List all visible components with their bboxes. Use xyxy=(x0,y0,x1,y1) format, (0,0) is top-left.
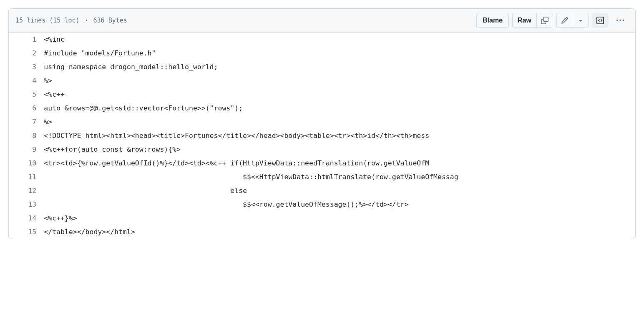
kebab-horizontal-icon xyxy=(616,17,624,24)
code-line: 8<!DOCTYPE html><html><head><title>Fortu… xyxy=(9,129,635,142)
code-line: 14<%c++}%> xyxy=(9,211,635,225)
code-line: 15</table></body></html> xyxy=(9,225,635,239)
edit-group xyxy=(556,13,589,28)
edit-button[interactable] xyxy=(557,13,573,28)
line-content[interactable]: #include "models/Fortune.h" xyxy=(44,46,635,60)
line-content[interactable]: <!DOCTYPE html><html><head><title>Fortun… xyxy=(44,129,635,142)
line-content[interactable]: </table></body></html> xyxy=(44,225,635,239)
line-number[interactable]: 3 xyxy=(9,60,44,74)
line-number[interactable]: 9 xyxy=(9,142,44,156)
line-content[interactable]: using namespace drogon_model::hello_worl… xyxy=(44,60,635,74)
code-line: 1<%inc xyxy=(9,32,635,46)
line-number[interactable]: 12 xyxy=(9,184,44,198)
code-line: 9<%c++for(auto const &row:rows){%> xyxy=(9,142,635,156)
line-number[interactable]: 7 xyxy=(9,115,44,129)
code-table: 1<%inc2#include "models/Fortune.h"3using… xyxy=(9,32,635,239)
code-square-icon xyxy=(596,17,604,24)
line-content[interactable]: auto &rows=@@.get<std::vector<Fortune>>(… xyxy=(44,101,635,115)
separator: · xyxy=(85,17,88,24)
line-content[interactable]: $$<<row.getValueOfMessage();%></td></tr> xyxy=(44,198,635,211)
file-info: 15 lines (15 loc) · 636 Bytes xyxy=(15,17,127,24)
line-number[interactable]: 13 xyxy=(9,198,44,211)
code-area[interactable]: 1<%inc2#include "models/Fortune.h"3using… xyxy=(9,32,635,239)
line-number[interactable]: 15 xyxy=(9,225,44,239)
line-content[interactable]: <%inc xyxy=(44,32,635,46)
line-number[interactable]: 5 xyxy=(9,88,44,101)
line-content[interactable]: <%c++ xyxy=(44,88,635,101)
raw-group: Raw xyxy=(512,13,553,28)
line-number[interactable]: 6 xyxy=(9,101,44,115)
line-number[interactable]: 11 xyxy=(9,170,44,184)
line-number[interactable]: 4 xyxy=(9,74,44,88)
line-content[interactable]: <%c++}%> xyxy=(44,211,635,225)
file-size: 636 Bytes xyxy=(93,17,127,24)
code-line: 6auto &rows=@@.get<std::vector<Fortune>>… xyxy=(9,101,635,115)
raw-button[interactable]: Raw xyxy=(513,13,536,28)
code-line: 4%> xyxy=(9,74,635,88)
lines-count: 15 lines (15 loc) xyxy=(15,17,80,24)
file-header: 15 lines (15 loc) · 636 Bytes Blame Raw xyxy=(9,9,635,32)
code-line: 7%> xyxy=(9,115,635,129)
pencil-icon xyxy=(561,17,569,24)
line-number[interactable]: 1 xyxy=(9,32,44,46)
file-box: 15 lines (15 loc) · 636 Bytes Blame Raw xyxy=(8,8,636,239)
code-line: 12 else xyxy=(9,184,635,198)
line-number[interactable]: 10 xyxy=(9,156,44,170)
code-line: 11 $$<<HttpViewData::htmlTranslate(row.g… xyxy=(9,170,635,184)
copy-button[interactable] xyxy=(536,13,553,28)
code-line: 5<%c++ xyxy=(9,88,635,101)
code-line: 2#include "models/Fortune.h" xyxy=(9,46,635,60)
triangle-down-icon xyxy=(577,17,584,24)
line-number[interactable]: 14 xyxy=(9,211,44,225)
more-options-button[interactable] xyxy=(612,13,629,28)
symbols-button[interactable] xyxy=(592,13,609,28)
line-content[interactable]: <tr><td>{%row.getValueOfId()%}</td><td><… xyxy=(44,156,635,170)
line-number[interactable]: 2 xyxy=(9,46,44,60)
line-content[interactable]: %> xyxy=(44,74,635,88)
line-number[interactable]: 8 xyxy=(9,129,44,142)
code-line: 3using namespace drogon_model::hello_wor… xyxy=(9,60,635,74)
edit-dropdown-button[interactable] xyxy=(573,13,588,28)
file-actions: Blame Raw xyxy=(476,13,629,28)
line-content[interactable]: else xyxy=(44,184,635,198)
line-content[interactable]: <%c++for(auto const &row:rows){%> xyxy=(44,142,635,156)
line-content[interactable]: $$<<HttpViewData::htmlTranslate(row.getV… xyxy=(44,170,635,184)
blame-button[interactable]: Blame xyxy=(476,13,509,28)
copy-icon xyxy=(541,17,548,24)
line-content[interactable]: %> xyxy=(44,115,635,129)
code-line: 13 $$<<row.getValueOfMessage();%></td></… xyxy=(9,198,635,211)
code-line: 10<tr><td>{%row.getValueOfId()%}</td><td… xyxy=(9,156,635,170)
